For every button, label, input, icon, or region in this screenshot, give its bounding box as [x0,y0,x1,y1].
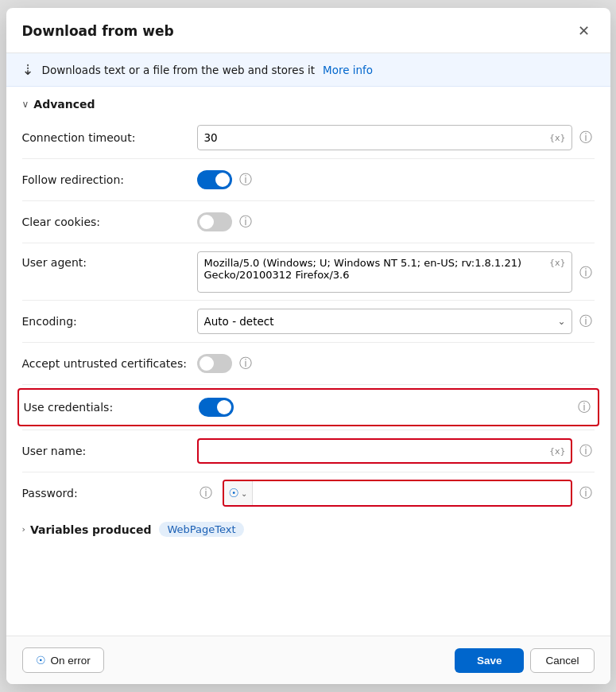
on-error-button[interactable]: ☉ On error [22,647,104,673]
user-name-input-wrap: {x} [197,438,572,464]
use-credentials-label: Use credentials: [24,401,199,414]
connection-timeout-control: {x} ⓘ [197,125,595,150]
follow-redirection-toggle[interactable] [197,170,232,189]
user-agent-label: User agent: [22,251,197,269]
cancel-button[interactable]: Cancel [530,648,594,673]
password-field: ☉ ⌄ [223,480,572,507]
connection-timeout-info-button[interactable]: ⓘ [577,129,595,146]
password-control: ⓘ ☉ ⌄ ⓘ [197,480,595,507]
clear-cookies-row: Clear cookies: ⓘ [22,203,595,241]
banner-text: Downloads text or a file from the web an… [42,64,315,76]
encoding-select-wrap: Auto - detect UTF-8 UTF-16 ASCII ISO-885… [197,309,572,334]
follow-redirection-info-button[interactable]: ⓘ [237,171,254,189]
encoding-row: Encoding: Auto - detect UTF-8 UTF-16 ASC… [22,302,595,340]
clear-cookies-slider [197,212,232,231]
variables-label: Variables produced [30,523,152,536]
connection-timeout-input[interactable] [197,125,572,150]
download-from-web-dialog: Download from web ✕ ⇣ Downloads text or … [6,8,610,684]
close-button[interactable]: ✕ [573,21,595,41]
user-agent-info-button[interactable]: ⓘ [577,265,595,282]
dialog-footer: ☉ On error Save Cancel [6,636,610,684]
user-name-input[interactable] [197,438,572,464]
password-row: Password: ⓘ ☉ ⌄ ⓘ [22,474,595,512]
connection-timeout-row: Connection timeout: {x} ⓘ [22,119,595,157]
accept-untrusted-slider [197,354,232,373]
variables-chevron-icon: › [22,524,25,535]
use-credentials-control: ⓘ [199,398,593,417]
footer-left: ☉ On error [22,647,104,673]
footer-right: Save Cancel [455,648,595,673]
variables-section: › Variables produced WebPageText [6,512,610,543]
use-credentials-toggle[interactable] [199,398,234,417]
password-input[interactable] [253,481,570,505]
use-credentials-row: Use credentials: ⓘ [17,388,599,426]
dialog-title: Download from web [22,23,174,39]
accept-untrusted-row: Accept untrusted certificates: ⓘ [22,344,595,383]
user-agent-control: Mozilla/5.0 (Windows; U; Windows NT 5.1;… [197,251,595,295]
accept-untrusted-label: Accept untrusted certificates: [22,357,197,370]
encoding-select[interactable]: Auto - detect UTF-8 UTF-16 ASCII ISO-885… [197,309,572,334]
advanced-section-header[interactable]: ∨ Advanced [6,87,610,119]
user-agent-input-wrap: Mozilla/5.0 (Windows; U; Windows NT 5.1;… [197,251,572,295]
shield-icon: ☉ [229,486,239,500]
user-name-label: User name: [22,445,197,457]
password-prefix-button[interactable]: ☉ ⌄ [224,481,254,505]
follow-redirection-row: Follow redirection: ⓘ [22,161,595,199]
shield-on-error-icon: ☉ [36,654,46,667]
follow-redirection-control: ⓘ [197,170,595,189]
clear-cookies-control: ⓘ [197,212,595,231]
follow-redirection-slider [197,170,232,189]
accept-untrusted-toggle[interactable] [197,354,232,373]
save-button[interactable]: Save [455,648,525,673]
encoding-label: Encoding: [22,315,197,328]
follow-redirection-label: Follow redirection: [22,173,197,186]
password-chevron-icon: ⌄ [241,489,247,498]
use-credentials-info-button[interactable]: ⓘ [575,398,593,416]
user-name-row: User name: {x} ⓘ [22,432,595,470]
accept-untrusted-info-button[interactable]: ⓘ [237,355,254,372]
on-error-label: On error [51,655,91,667]
download-icon: ⇣ [22,61,34,78]
dialog-body: ∨ Advanced Connection timeout: {x} ⓘ [6,87,610,551]
encoding-info-button[interactable]: ⓘ [577,313,595,330]
advanced-section-label: Advanced [33,98,95,111]
password-right-info-button[interactable]: ⓘ [577,484,595,502]
user-name-info-button[interactable]: ⓘ [577,442,595,460]
dialog-body-wrap: ∨ Advanced Connection timeout: {x} ⓘ [6,87,610,636]
connection-timeout-input-wrap: {x} [197,125,572,150]
dialog-header: Download from web ✕ [6,8,610,53]
user-agent-textarea[interactable]: Mozilla/5.0 (Windows; U; Windows NT 5.1;… [197,251,572,293]
user-agent-row: User agent: Mozilla/5.0 (Windows; U; Win… [22,245,595,298]
clear-cookies-info-button[interactable]: ⓘ [237,213,254,231]
variables-header[interactable]: › Variables produced [22,523,152,536]
password-info-button[interactable]: ⓘ [197,484,215,502]
encoding-control: Auto - detect UTF-8 UTF-16 ASCII ISO-885… [197,309,595,334]
connection-timeout-label: Connection timeout: [22,131,197,144]
user-name-control: {x} ⓘ [197,438,595,464]
clear-cookies-label: Clear cookies: [22,216,197,228]
advanced-chevron: ∨ [22,99,29,110]
use-credentials-slider [199,398,234,417]
accept-untrusted-control: ⓘ [197,354,595,373]
info-banner: ⇣ Downloads text or a file from the web … [6,53,610,87]
password-label: Password: [22,487,197,500]
variable-chip-webpagetext: WebPageText [159,522,243,537]
clear-cookies-toggle[interactable] [197,212,232,231]
more-info-link[interactable]: More info [323,64,373,76]
advanced-form-rows: Connection timeout: {x} ⓘ Follow redirec… [6,119,610,512]
